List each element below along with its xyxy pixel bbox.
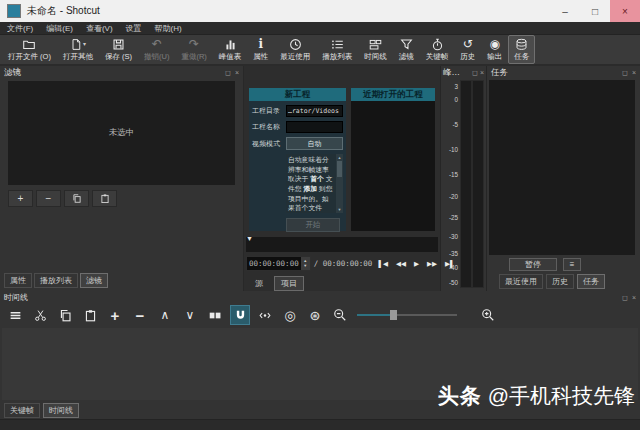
tab-timeline[interactable]: 时间线	[43, 403, 79, 418]
jobs-menu-button[interactable]: ≡	[563, 258, 581, 271]
redo-icon: ↷	[189, 38, 199, 51]
float-panel-icon[interactable]: ◻	[622, 69, 628, 77]
timeline-button[interactable]: 时间线	[358, 35, 393, 64]
minimize-button[interactable]: –	[550, 0, 580, 22]
cut-button[interactable]	[30, 305, 50, 325]
float-panel-icon[interactable]: ◻	[622, 294, 628, 302]
tab-history[interactable]: 历史	[546, 274, 574, 289]
history-button[interactable]: ↺ 历史	[454, 35, 481, 64]
open-other-button[interactable]: ▾ 打开其他	[57, 35, 99, 64]
paste-button[interactable]	[80, 305, 100, 325]
undo-button[interactable]: ↶ 撤销(U)	[138, 35, 175, 64]
save-button[interactable]: 保存 (S)	[99, 35, 138, 64]
recent-projects-header: 近期打开的工程	[351, 88, 435, 101]
timeline-toolbar: + − ∧ ∨ ◎ ⊛	[0, 303, 640, 327]
ripple-all-tracks-toggle[interactable]: ⊛	[305, 305, 325, 325]
tab-recent[interactable]: 最近使用	[499, 274, 543, 289]
spin-down-icon[interactable]: ▼	[303, 264, 307, 269]
open-other-icon	[70, 38, 82, 51]
project-dir-field[interactable]: …rator/Videos	[286, 105, 343, 117]
playhead-icon[interactable]: ▼	[246, 235, 253, 242]
video-mode-button[interactable]: 自动	[286, 137, 343, 150]
jobs-list[interactable]	[489, 80, 635, 255]
overwrite-button[interactable]: ∨	[180, 305, 200, 325]
zoom-out-button[interactable]	[330, 305, 350, 325]
copy-filter-button[interactable]	[64, 190, 89, 207]
start-button[interactable]: 开始	[286, 218, 340, 232]
close-panel-icon[interactable]: ×	[632, 69, 636, 76]
float-panel-icon[interactable]: ◻	[225, 69, 231, 77]
lift-button[interactable]: ∧	[155, 305, 175, 325]
skip-start-icon[interactable]: ▌◀	[378, 260, 388, 268]
duration-timecode: / 00:00:00:00	[314, 259, 373, 268]
menu-edit[interactable]: 编辑(E)	[46, 23, 73, 34]
peak-meter-button[interactable]: 峰值表	[213, 35, 248, 64]
close-panel-icon[interactable]: ×	[480, 69, 484, 76]
playlist-button[interactable]: 播放列表	[316, 35, 358, 64]
main-area: 滤镜 ◻ × 未选中 + −	[0, 66, 640, 291]
properties-icon: i	[259, 38, 264, 51]
scrub-while-dragging-toggle[interactable]	[255, 305, 275, 325]
timeline-panel: 时间线 ◻ × + − ∧ ∨	[0, 292, 640, 420]
append-button[interactable]: +	[105, 305, 125, 325]
scroll-down-icon[interactable]: ▼	[338, 207, 342, 212]
close-panel-icon[interactable]: ×	[632, 294, 636, 301]
timeline-zoom-slider[interactable]	[357, 314, 457, 316]
menu-settings[interactable]: 设置	[126, 23, 142, 34]
tab-project[interactable]: 项目	[274, 276, 304, 291]
ripple-delete-button[interactable]: −	[130, 305, 150, 325]
seek-bar[interactable]: ▼	[246, 237, 438, 252]
float-panel-icon[interactable]: ◻	[472, 69, 478, 77]
app-icon	[7, 4, 21, 18]
recent-icon	[289, 38, 302, 51]
position-timecode[interactable]: 00:00:00:00	[247, 257, 301, 270]
open-file-button[interactable]: 打开文件 (O)	[2, 35, 57, 64]
scrollbar-thumb[interactable]	[337, 161, 342, 177]
maximize-button[interactable]: □	[580, 0, 610, 22]
play-icon[interactable]: ▶	[414, 260, 419, 268]
pause-button[interactable]: 暂停	[509, 258, 557, 271]
recent-projects-list[interactable]	[351, 101, 435, 231]
remove-filter-button[interactable]: −	[36, 190, 61, 207]
redo-button[interactable]: ↷ 重做(R)	[175, 35, 212, 64]
timeline-menu-button[interactable]	[5, 305, 25, 325]
keyframes-button[interactable]: 关键帧	[420, 35, 455, 64]
add-filter-button[interactable]: +	[8, 190, 33, 207]
scroll-up-icon[interactable]: ▲	[338, 155, 342, 160]
project-name-label: 工程名称	[252, 122, 286, 132]
zoom-in-button[interactable]	[478, 305, 498, 325]
menu-file[interactable]: 文件(F)	[7, 23, 33, 34]
close-panel-icon[interactable]: ×	[235, 69, 239, 76]
fast-forward-icon[interactable]: ▶▶	[427, 260, 437, 268]
split-button[interactable]	[205, 305, 225, 325]
window-title: 未命名 - Shotcut	[27, 4, 100, 18]
snap-toggle[interactable]	[230, 305, 250, 325]
timecode-spinner[interactable]: ▲ ▼	[301, 257, 310, 270]
close-button[interactable]: ×	[610, 0, 640, 22]
filters-button[interactable]: 滤镜	[393, 35, 420, 64]
ripple-toggle[interactable]: ◎	[280, 305, 300, 325]
peak-meter-icon	[224, 38, 237, 51]
tab-playlist[interactable]: 播放列表	[34, 273, 78, 288]
menu-view[interactable]: 查看(V)	[86, 23, 113, 34]
tab-properties[interactable]: 属性	[4, 273, 32, 288]
tab-filters[interactable]: 滤镜	[80, 273, 108, 288]
output-button[interactable]: ◉ 输出	[481, 35, 508, 64]
description-scrollbar[interactable]: ▲ ▼	[336, 154, 343, 213]
keyframes-icon	[431, 38, 444, 51]
shotcut-window: 未命名 - Shotcut – □ × 文件(F) 编辑(E) 查看(V) 设置…	[0, 0, 640, 430]
status-bar	[0, 419, 640, 430]
properties-button[interactable]: i 属性	[247, 35, 274, 64]
menu-help[interactable]: 帮助(H)	[155, 23, 182, 34]
recent-button[interactable]: 最近使用	[274, 35, 316, 64]
rewind-icon[interactable]: ◀◀	[396, 260, 406, 268]
copy-button[interactable]	[55, 305, 75, 325]
copy-icon	[72, 193, 82, 204]
tab-keyframes[interactable]: 关键帧	[4, 403, 40, 418]
tab-jobs[interactable]: 任务	[577, 274, 605, 289]
jobs-button[interactable]: 任务	[508, 35, 535, 64]
slider-handle[interactable]	[390, 310, 397, 320]
paste-filter-button[interactable]	[92, 190, 117, 207]
project-name-field[interactable]	[286, 121, 343, 133]
tab-source[interactable]: 源	[248, 276, 270, 291]
